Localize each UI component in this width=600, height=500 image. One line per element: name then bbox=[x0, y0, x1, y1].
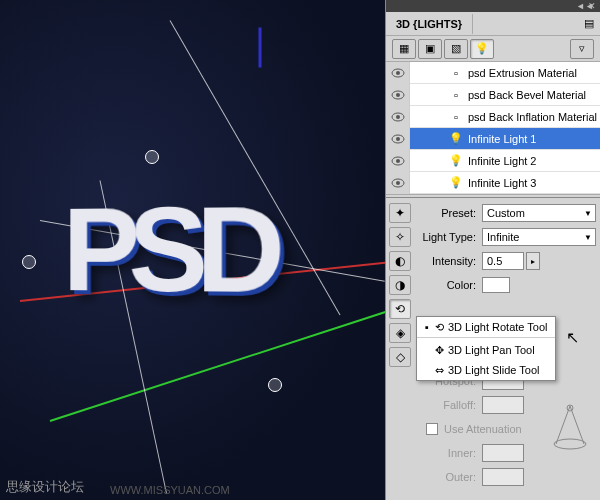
material-icon: ▫ bbox=[448, 67, 464, 79]
pan-icon: ✥ bbox=[435, 344, 444, 357]
collapse-icon[interactable]: ◄◄ bbox=[576, 2, 585, 11]
falloff-input bbox=[482, 396, 524, 414]
panel-topbar: ◄◄ ✕ bbox=[386, 0, 600, 12]
watermark-url: WWW.MISSYUAN.COM bbox=[110, 484, 230, 496]
layer-name: psd Back Inflation Material bbox=[464, 111, 600, 123]
color-swatch[interactable] bbox=[482, 277, 510, 293]
tab-3d-lights[interactable]: 3D {LIGHTS} bbox=[386, 14, 473, 34]
light-icon: 💡 bbox=[448, 132, 464, 145]
3d-lights-panel: ◄◄ ✕ 3D {LIGHTS} ▤ ▦ ▣ ▧ 💡 ▿ ▫psd Extrus… bbox=[385, 0, 600, 500]
light-rotate-tool-icon[interactable]: ⟲ bbox=[389, 299, 411, 319]
svg-point-11 bbox=[396, 181, 400, 185]
flyout-slide-tool[interactable]: ⇔ 3D Light Slide Tool bbox=[417, 360, 555, 380]
light-tool2-icon[interactable]: ◑ bbox=[389, 275, 411, 295]
light-handle[interactable] bbox=[268, 378, 282, 392]
svg-point-7 bbox=[396, 137, 400, 141]
layer-name: Infinite Light 2 bbox=[464, 155, 600, 167]
attenuation-checkbox[interactable] bbox=[426, 423, 438, 435]
layer-row[interactable]: 💡Infinite Light 3 bbox=[386, 172, 600, 194]
layer-list[interactable]: ▫psd Extrusion Material▫psd Back Bevel M… bbox=[386, 62, 600, 194]
layer-row[interactable]: ▫psd Back Inflation Material bbox=[386, 106, 600, 128]
filter-light-icon[interactable]: 💡 bbox=[470, 39, 494, 59]
intensity-slider-icon[interactable]: ▸ bbox=[526, 252, 540, 270]
layer-name: Infinite Light 1 bbox=[464, 133, 600, 145]
material-icon: ▫ bbox=[448, 89, 464, 101]
layer-row[interactable]: ▫psd Extrusion Material bbox=[386, 62, 600, 84]
light-point-tool-icon[interactable]: ◇ bbox=[389, 347, 411, 367]
layer-name: psd Extrusion Material bbox=[464, 67, 600, 79]
mouse-cursor-icon: ↖ bbox=[566, 328, 579, 347]
flyout-pan-tool[interactable]: ✥ 3D Light Pan Tool bbox=[417, 340, 555, 360]
layer-name: psd Back Bevel Material bbox=[464, 89, 600, 101]
svg-point-12 bbox=[554, 439, 586, 449]
filter-mesh-icon[interactable]: ▣ bbox=[418, 39, 442, 59]
svg-point-9 bbox=[396, 159, 400, 163]
light-cone-diagram bbox=[552, 404, 588, 450]
light-icon: 💡 bbox=[448, 154, 464, 167]
filter-scene-icon[interactable]: ▦ bbox=[392, 39, 416, 59]
flyout-rotate-tool[interactable]: ▪ ⟲ 3D Light Rotate Tool bbox=[417, 317, 555, 337]
material-icon: ▫ bbox=[448, 111, 464, 123]
layer-row[interactable]: ▫psd Back Bevel Material bbox=[386, 84, 600, 106]
color-label: Color: bbox=[414, 279, 482, 291]
z-axis bbox=[259, 28, 262, 68]
panel-tab-row: 3D {LIGHTS} ▤ bbox=[386, 12, 600, 36]
filter-toolbar: ▦ ▣ ▧ 💡 ▿ bbox=[386, 36, 600, 62]
preset-dropdown[interactable]: Custom bbox=[482, 204, 596, 222]
filter-material-icon[interactable]: ▧ bbox=[444, 39, 468, 59]
svg-point-1 bbox=[396, 71, 400, 75]
delete-light-icon[interactable]: ✧ bbox=[389, 227, 411, 247]
light-misc-tool-icon[interactable]: ◈ bbox=[389, 323, 411, 343]
panel-menu-icon[interactable]: ▤ bbox=[578, 17, 600, 30]
svg-point-13 bbox=[567, 405, 573, 411]
visibility-toggle[interactable] bbox=[386, 172, 410, 194]
light-icon: 💡 bbox=[448, 176, 464, 189]
intensity-label: Intensity: bbox=[414, 255, 482, 267]
visibility-toggle[interactable] bbox=[386, 84, 410, 106]
light-tool-icon[interactable]: ◐ bbox=[389, 251, 411, 271]
attenuation-label: Use Attenuation bbox=[438, 423, 522, 435]
visibility-toggle[interactable] bbox=[386, 128, 410, 150]
visibility-toggle[interactable] bbox=[386, 62, 410, 84]
watermark: 思缘设计论坛 bbox=[6, 478, 84, 496]
close-icon[interactable]: ✕ bbox=[588, 2, 597, 11]
svg-point-5 bbox=[396, 115, 400, 119]
layer-row[interactable]: 💡Infinite Light 1 bbox=[386, 128, 600, 150]
light-handle[interactable] bbox=[22, 255, 36, 269]
outer-label: Outer: bbox=[414, 471, 482, 483]
3d-viewport[interactable]: PSD 思缘设计论坛 WWW.MISSYUAN.COM bbox=[0, 0, 385, 500]
3d-text: PSD bbox=[63, 178, 273, 319]
inner-label: Inner: bbox=[414, 447, 482, 459]
light-tool-flyout: ▪ ⟲ 3D Light Rotate Tool ✥ 3D Light Pan … bbox=[416, 316, 556, 381]
filter-options-icon[interactable]: ▿ bbox=[570, 39, 594, 59]
lighttype-label: Light Type: bbox=[414, 231, 482, 243]
visibility-toggle[interactable] bbox=[386, 150, 410, 172]
layer-name: Infinite Light 3 bbox=[464, 177, 600, 189]
light-handle[interactable] bbox=[145, 150, 159, 164]
preset-label: Preset: bbox=[414, 207, 482, 219]
outer-input bbox=[482, 468, 524, 486]
layer-row[interactable]: 💡Infinite Light 2 bbox=[386, 150, 600, 172]
slide-icon: ⇔ bbox=[435, 364, 444, 377]
new-light-icon[interactable]: ✦ bbox=[389, 203, 411, 223]
inner-input bbox=[482, 444, 524, 462]
lighttype-dropdown[interactable]: Infinite bbox=[482, 228, 596, 246]
rotate-icon: ⟲ bbox=[435, 321, 444, 334]
visibility-toggle[interactable] bbox=[386, 106, 410, 128]
intensity-input[interactable] bbox=[482, 252, 524, 270]
falloff-label: Falloff: bbox=[414, 399, 482, 411]
svg-point-3 bbox=[396, 93, 400, 97]
